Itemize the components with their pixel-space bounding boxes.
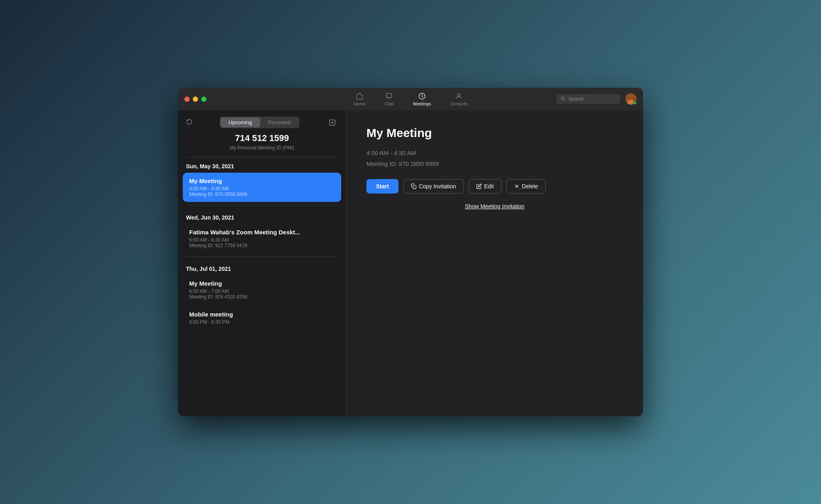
maximize-button[interactable] — [201, 97, 206, 102]
meeting-id: Meeting ID: 922 7759 5479 — [189, 243, 335, 248]
svg-rect-4 — [413, 185, 416, 189]
meetings-icon — [418, 92, 426, 100]
svg-point-2 — [561, 97, 564, 100]
date-header-1: Sun, May 30, 2021 — [183, 157, 341, 173]
contacts-icon — [455, 92, 463, 100]
svg-point-1 — [457, 93, 460, 96]
detail-meeting-id: Meeting ID: 970 2850 8869 — [366, 160, 623, 167]
copy-invitation-label: Copy Invitation — [419, 183, 456, 190]
delete-label: Delete — [522, 183, 538, 190]
refresh-button[interactable] — [186, 119, 192, 127]
meeting-time: 4:00 AM - 4:30 AM — [189, 186, 335, 192]
online-indicator — [633, 101, 637, 105]
traffic-lights — [184, 97, 206, 102]
sidebar-header: Upcoming Recorded — [178, 110, 346, 133]
meeting-time: 6:00 PM - 6:30 PM — [189, 319, 335, 325]
tab-group: Upcoming Recorded — [220, 117, 299, 128]
plus-icon — [329, 119, 336, 126]
main-content: Upcoming Recorded 714 512 1599 My Person… — [178, 110, 643, 416]
meeting-title: Fatima Wahab's Zoom Meeting Deskt... — [189, 229, 335, 236]
meeting-item-fatima[interactable]: Fatima Wahab's Zoom Meeting Deskt... 6:0… — [183, 224, 341, 253]
titlebar: Home Chat Meetings Contac — [178, 88, 643, 110]
detail-time: 4:00 AM - 4:30 AM — [366, 149, 623, 156]
meeting-item-my-meeting-may[interactable]: My Meeting 4:00 AM - 4:30 AM Meeting ID:… — [183, 173, 341, 202]
show-invitation-link[interactable]: Show Meeting Invitation — [366, 203, 623, 210]
search-icon — [560, 96, 566, 102]
meeting-time: 6:00 AM - 6:30 AM — [189, 237, 335, 243]
nav-meetings[interactable]: Meetings — [410, 91, 434, 108]
divider-group2 — [186, 256, 338, 257]
meeting-item-mobile[interactable]: Mobile meeting 6:00 PM - 6:30 PM — [183, 306, 341, 330]
meeting-id: Meeting ID: 970 2850 8869 — [189, 192, 335, 197]
action-buttons: Start Copy Invitation Edit — [366, 179, 623, 194]
app-window: Home Chat Meetings Contac — [178, 88, 643, 416]
meeting-title: My Meeting — [189, 177, 335, 184]
divider-group1 — [186, 205, 338, 206]
close-button[interactable] — [184, 97, 190, 102]
search-bar[interactable]: Search — [556, 94, 621, 104]
tab-recorded[interactable]: Recorded — [260, 117, 299, 127]
delete-button[interactable]: Delete — [506, 179, 546, 194]
edit-label: Edit — [484, 183, 494, 190]
meeting-item-my-meeting-jul[interactable]: My Meeting 6:00 AM - 7:00 AM Meeting ID:… — [183, 275, 341, 304]
sidebar: Upcoming Recorded 714 512 1599 My Person… — [178, 110, 346, 416]
nav-chat[interactable]: Chat — [381, 91, 397, 108]
meeting-title: Mobile meeting — [189, 311, 335, 318]
edit-button[interactable]: Edit — [469, 179, 501, 194]
nav-home[interactable]: Home — [350, 91, 368, 108]
nav-contacts[interactable]: Contacts — [447, 91, 471, 108]
search-label: Search — [568, 96, 584, 102]
detail-pane: My Meeting 4:00 AM - 4:30 AM Meeting ID:… — [346, 110, 643, 416]
pmi-section: 714 512 1599 My Personal Meeting ID (PMI… — [178, 133, 346, 157]
nav-chat-label: Chat — [384, 101, 394, 106]
minimize-button[interactable] — [193, 97, 198, 102]
chat-icon — [385, 92, 393, 100]
refresh-icon — [186, 119, 192, 125]
date-header-3: Thu, Jul 01, 2021 — [183, 260, 341, 275]
tab-upcoming[interactable]: Upcoming — [220, 117, 260, 127]
meeting-time: 6:00 AM - 7:00 AM — [189, 288, 335, 294]
detail-title: My Meeting — [366, 126, 623, 140]
add-meeting-button[interactable] — [327, 117, 338, 128]
home-icon — [355, 92, 363, 100]
date-header-2: Wed, Jun 30, 2021 — [183, 209, 341, 224]
edit-icon — [476, 183, 482, 189]
pmi-label: My Personal Meeting ID (PMI) — [186, 145, 338, 151]
nav-right: Search — [556, 93, 637, 105]
meeting-title: My Meeting — [189, 280, 335, 287]
copy-icon — [411, 183, 417, 189]
copy-invitation-button[interactable]: Copy Invitation — [403, 179, 464, 194]
meeting-list: Sun, May 30, 2021 My Meeting 4:00 AM - 4… — [178, 157, 346, 416]
nav-contacts-label: Contacts — [450, 101, 467, 106]
nav-meetings-label: Meetings — [413, 101, 431, 106]
start-button[interactable]: Start — [366, 179, 398, 194]
pmi-number: 714 512 1599 — [186, 133, 338, 143]
meeting-id: Meeting ID: 976 4320 8298 — [189, 294, 335, 300]
delete-icon — [514, 183, 520, 189]
nav-home-label: Home — [354, 101, 365, 106]
nav-center: Home Chat Meetings Contac — [350, 91, 471, 108]
